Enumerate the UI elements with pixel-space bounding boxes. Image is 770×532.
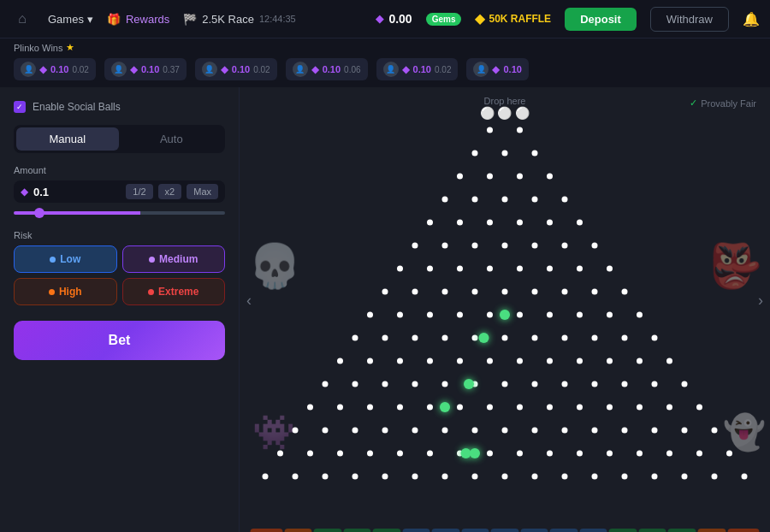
amount-section: Amount ◆ 0.1 1/2 x2 Max xyxy=(14,165,225,218)
social-balls-label: Enable Social Balls xyxy=(33,101,121,113)
nav-left-arrow[interactable]: ‹ xyxy=(246,292,252,310)
rewards-icon: 🎁 xyxy=(107,13,121,26)
plinko-board-canvas xyxy=(257,113,753,532)
avatar: 👤 xyxy=(21,62,36,77)
diamond-icon: ◆ xyxy=(221,63,228,75)
balance-display: ◆ 0.00 xyxy=(376,12,412,26)
risk-grid: Low Medium High Extreme xyxy=(14,245,225,305)
diamond-icon: ◆ xyxy=(402,63,410,75)
half-button[interactable]: 1/2 xyxy=(126,184,152,199)
multiplier-cell: x1.12 xyxy=(579,529,607,532)
diamond-icon: ◆ xyxy=(492,63,500,75)
prev-amount: 0.02 xyxy=(253,65,270,74)
deposit-button[interactable]: Deposit xyxy=(565,8,637,31)
multiplier-cell: x1.03 xyxy=(550,529,578,532)
race-nav[interactable]: 🏁 2.5K Race 12:44:35 xyxy=(183,13,296,26)
multiplier-bar: x14.87x3.42x1.87x1.31x1.31x1.12x1.03x0.9… xyxy=(250,529,759,532)
win-amount: 0.10 xyxy=(141,64,159,74)
multiplier-cell: x3.42 xyxy=(284,529,312,532)
win-amount: 0.10 xyxy=(323,64,341,74)
risk-low-button[interactable]: Low xyxy=(14,245,117,273)
balance-value: 0.00 xyxy=(388,12,412,26)
nav-right-arrow[interactable]: › xyxy=(758,292,763,310)
double-button[interactable]: x2 xyxy=(158,184,182,199)
avatar: 👤 xyxy=(111,62,127,77)
multiplier-cell: x14.87 xyxy=(727,529,760,532)
prev-amount: 0.37 xyxy=(163,65,179,74)
risk-medium-button[interactable]: Medium xyxy=(122,245,226,273)
win-amount: 0.10 xyxy=(50,64,68,74)
risk-label: Risk xyxy=(14,230,225,240)
win-item: 👤 ◆ 0.10 0.06 xyxy=(286,58,368,80)
rewards-label: Rewards xyxy=(126,13,169,26)
high-dot-icon xyxy=(49,289,55,295)
multiplier-cell: x1.31 xyxy=(609,529,637,532)
gems-badge[interactable]: Gems xyxy=(426,13,462,26)
raffle-label: 50K RAFFLE xyxy=(489,13,551,25)
notification-bell-icon[interactable]: 🔔 xyxy=(743,11,760,27)
enable-social-toggle[interactable]: ✓ Enable Social Balls xyxy=(14,101,225,113)
wins-title: Plinko Wins ★ xyxy=(14,42,756,53)
raffle-logo: ◆ 50K RAFFLE xyxy=(475,11,551,27)
diamond-icon: ◆ xyxy=(130,63,138,75)
low-dot-icon xyxy=(50,257,56,263)
extreme-dot-icon xyxy=(148,289,154,295)
amount-value: 0.1 xyxy=(33,186,121,198)
multiplier-cell: x1.03 xyxy=(432,529,460,532)
risk-extreme-button[interactable]: Extreme xyxy=(122,278,226,305)
prev-amount: 0.02 xyxy=(435,65,451,74)
prev-amount: 0.06 xyxy=(344,65,360,74)
rewards-nav[interactable]: 🎁 Rewards xyxy=(107,13,169,26)
win-item: 👤 ◆ 0.10 0.37 xyxy=(104,58,187,80)
avatar: 👤 xyxy=(202,62,217,77)
bet-button[interactable]: Bet xyxy=(14,321,225,360)
race-label: 2.5K Race xyxy=(202,13,254,26)
avatar: 👤 xyxy=(293,62,308,77)
diamond-icon: ◆ xyxy=(39,63,47,75)
mode-tabs: Manual Auto xyxy=(14,125,225,153)
multiplier-cell: x1.31 xyxy=(638,529,666,532)
social-checkbox[interactable]: ✓ xyxy=(14,101,26,113)
multiplier-cell: x1.87 xyxy=(668,529,696,532)
wins-bar: Plinko Wins ★ 👤 ◆ 0.10 0.02 👤 ◆ 0.10 0.3… xyxy=(0,38,770,87)
wins-list: 👤 ◆ 0.10 0.02 👤 ◆ 0.10 0.37 👤 ◆ 0.10 0.0… xyxy=(14,58,756,80)
multiplier-cell: x0.94 xyxy=(461,529,489,532)
diamond-icon: ◆ xyxy=(376,13,383,25)
tab-manual[interactable]: Manual xyxy=(16,127,119,151)
race-timer: 12:44:35 xyxy=(259,14,296,24)
raffle-icon: ◆ xyxy=(475,11,485,27)
win-amount: 0.10 xyxy=(232,64,250,74)
diamond-icon: ◆ xyxy=(311,63,319,75)
risk-section: Risk Low Medium High Extreme xyxy=(14,230,225,305)
win-item: 👤 ◆ 0.10 0.02 xyxy=(195,58,277,80)
multiplier-cell: x1.12 xyxy=(402,529,430,532)
multiplier-cell: x0.94 xyxy=(520,529,548,532)
multiplier-cell: x1.87 xyxy=(314,529,342,532)
multiplier-cell: x1.31 xyxy=(343,529,371,532)
amount-label: Amount xyxy=(14,165,225,175)
main-area: ✓ Enable Social Balls Manual Auto Amount… xyxy=(0,87,770,532)
home-button[interactable]: ⌂ xyxy=(10,7,34,31)
race-icon: 🏁 xyxy=(183,13,197,26)
left-panel: ✓ Enable Social Balls Manual Auto Amount… xyxy=(0,87,240,532)
checkmark-icon: ✓ xyxy=(690,98,697,109)
risk-high-button[interactable]: High xyxy=(14,278,117,305)
avatar: 👤 xyxy=(473,62,489,77)
header: ⌂ Games ▾ 🎁 Rewards 🏁 2.5K Race 12:44:35… xyxy=(0,0,770,38)
games-label: Games xyxy=(48,13,84,26)
win-item: 👤 ◆ 0.10 xyxy=(466,58,528,80)
amount-input-row: ◆ 0.1 1/2 x2 Max xyxy=(14,180,225,203)
win-amount: 0.10 xyxy=(413,64,431,74)
medium-dot-icon xyxy=(149,257,155,263)
tab-auto[interactable]: Auto xyxy=(121,127,223,151)
multiplier-cell: x3.42 xyxy=(697,529,726,532)
multiplier-cell: x1.31 xyxy=(373,529,401,532)
withdraw-button[interactable]: Withdraw xyxy=(650,7,729,32)
provably-fair-link[interactable]: ✓ Provably Fair xyxy=(690,98,756,109)
multiplier-cell: x0.47 xyxy=(491,529,519,532)
max-button[interactable]: Max xyxy=(187,184,218,199)
amount-slider[interactable] xyxy=(14,211,225,215)
win-item: 👤 ◆ 0.10 0.02 xyxy=(376,58,459,80)
games-menu[interactable]: Games ▾ xyxy=(48,13,93,26)
star-icon: ★ xyxy=(66,42,74,53)
